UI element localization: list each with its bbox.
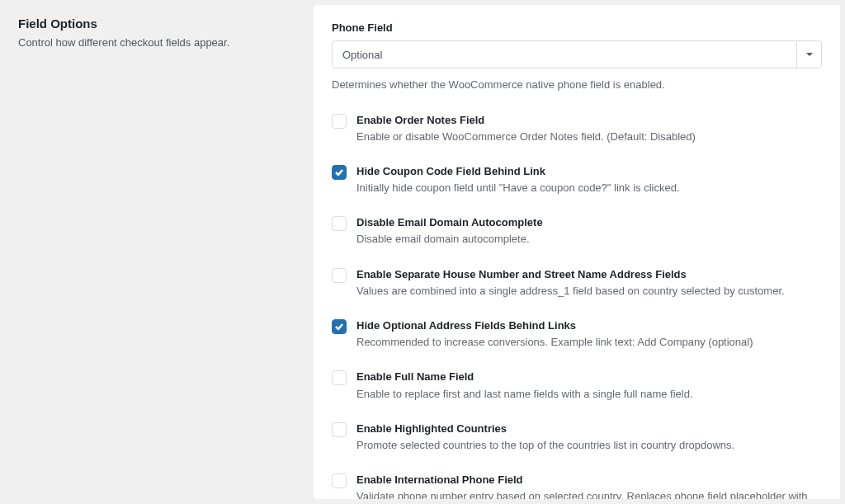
checkbox-description: Values are combined into a single addres… xyxy=(356,284,822,299)
checkbox-row: Enable International Phone FieldValidate… xyxy=(332,473,822,499)
checkbox-content: Hide Coupon Code Field Behind LinkInitia… xyxy=(356,164,822,195)
checkbox-content: Enable Separate House Number and Street … xyxy=(356,267,822,299)
checkbox-title: Enable Order Notes Field xyxy=(356,113,822,128)
checkbox-row: Disable Email Domain AutocompleteDisable… xyxy=(332,215,822,247)
checkbox-title: Enable Separate House Number and Street … xyxy=(356,267,822,282)
checkbox-row: Hide Coupon Code Field Behind LinkInitia… xyxy=(332,164,822,195)
checkbox-content: Hide Optional Address Fields Behind Link… xyxy=(356,318,822,350)
checkbox-content: Enable Highlighted CountriesPromote sele… xyxy=(356,422,822,453)
checkbox-title: Enable Full Name Field xyxy=(356,370,822,384)
chevron-down-icon xyxy=(796,41,821,68)
checkbox-description: Disable email domain autocomplete. xyxy=(356,232,822,247)
phone-field-value: Optional xyxy=(342,49,796,61)
checkbox-content: Disable Email Domain AutocompleteDisable… xyxy=(356,215,822,247)
checkbox-title: Disable Email Domain Autocomplete xyxy=(356,215,822,230)
checkbox-description: Validate phone number entry based on sel… xyxy=(356,489,822,499)
checkbox[interactable] xyxy=(332,114,347,129)
checkbox-title: Hide Optional Address Fields Behind Link… xyxy=(356,318,822,333)
phone-field-select[interactable]: Optional xyxy=(332,40,822,68)
checkbox-title: Enable International Phone Field xyxy=(356,473,822,488)
checkbox-row: Enable Full Name FieldEnable to replace … xyxy=(332,370,822,401)
checkbox-description: Recommended to increase conversions. Exa… xyxy=(356,335,822,350)
main-panel: Phone Field Optional Determines whether … xyxy=(314,5,840,499)
checkbox-row: Hide Optional Address Fields Behind Link… xyxy=(332,318,822,350)
checkbox-description: Enable to replace first and last name fi… xyxy=(356,387,822,402)
checkbox-title: Enable Highlighted Countries xyxy=(356,422,822,436)
checkbox-title: Hide Coupon Code Field Behind Link xyxy=(356,164,822,179)
phone-field-help: Determines whether the WooCommerce nativ… xyxy=(332,77,822,93)
checkbox[interactable] xyxy=(332,165,347,180)
checkbox[interactable] xyxy=(332,268,347,283)
checkbox-row: Enable Order Notes FieldEnable or disabl… xyxy=(332,113,822,144)
phone-field-label: Phone Field xyxy=(332,21,822,34)
checkbox-content: Enable International Phone FieldValidate… xyxy=(356,473,822,499)
checkbox-row: Enable Highlighted CountriesPromote sele… xyxy=(332,422,822,453)
sidebar: Field Options Control how different chec… xyxy=(0,0,314,504)
checkbox[interactable] xyxy=(332,370,347,385)
checkbox-description: Initially hide coupon field until "Have … xyxy=(356,181,822,195)
checkbox-description: Enable or disable WooCommerce Order Note… xyxy=(356,130,822,144)
checkbox-content: Enable Order Notes FieldEnable or disabl… xyxy=(356,113,822,144)
checkbox-row: Enable Separate House Number and Street … xyxy=(332,267,822,299)
section-description: Control how different checkout fields ap… xyxy=(18,35,297,51)
checkbox[interactable] xyxy=(332,216,347,231)
checkbox[interactable] xyxy=(332,473,347,488)
checkbox-description: Promote selected countries to the top of… xyxy=(356,438,822,453)
checkbox-content: Enable Full Name FieldEnable to replace … xyxy=(356,370,822,401)
checkbox[interactable] xyxy=(332,422,347,437)
section-title: Field Options xyxy=(18,16,297,31)
checkbox[interactable] xyxy=(332,319,347,334)
